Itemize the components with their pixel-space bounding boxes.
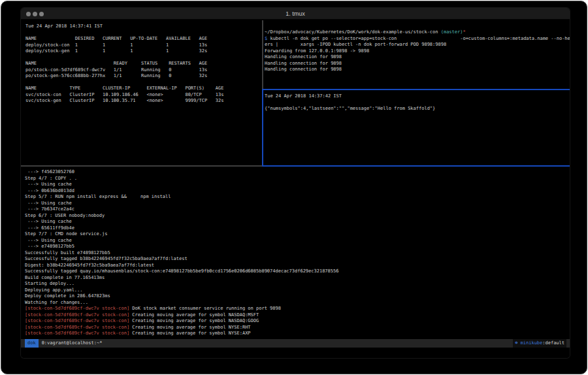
terminal-line: {"numsymbols":4,"lastseen":"","message":…	[265, 106, 570, 112]
terminal-line	[25, 30, 262, 37]
terminal-line: Successfully tagged quay.io/mhausenblas/…	[25, 269, 570, 275]
terminal-line: ---> Using cache	[25, 182, 570, 188]
terminal-line: [stock-con-5d7df689cf-dwc7v stock-con] C…	[25, 318, 570, 325]
terminal-line: NAME DESIRED CURRENT UP-TO-DATE AVAILABL…	[25, 36, 262, 42]
terminal-line: Starting deploy...	[25, 281, 570, 287]
tmux-session-badge[interactable]: dok	[25, 339, 39, 348]
terminal-line: ers | xargs -IPOD kubectl -n dok port-fo…	[265, 42, 570, 48]
terminal-line: Step 6/7 : USER nobody:nobody	[25, 213, 570, 220]
window-title: 1. tmux	[21, 8, 570, 20]
screenshot-frame: 1. tmux Tue 24 Apr 2018 14:37:41 ISTNAME…	[1, 1, 587, 374]
terminal-line: po/stock-gen-576cc688bb-277hx 1/1 Runnin…	[25, 73, 262, 80]
terminal-line: [stock-con-5d7df689cf-dwc7v stock-con] C…	[25, 325, 570, 331]
tmux-status-right: ☸ minikube:default	[513, 339, 566, 348]
terminal-line: Tue 24 Apr 2018 14:37:41 IST	[25, 24, 262, 30]
pane-border-vertical-active	[262, 89, 263, 167]
terminal-line: $ kubectl -n dok get po --selector=app=s…	[265, 36, 570, 42]
terminal-line: ---> Using cache	[25, 238, 570, 244]
pane-border-horizontal-active-bottom	[262, 165, 570, 167]
terminal-line: deploy/stock-con 1 1 1 1 13s	[25, 42, 262, 49]
terminal-line: Watching for changes...	[25, 300, 570, 306]
pane-kubectl-resources[interactable]: Tue 24 Apr 2018 14:37:41 ISTNAME DESIRED…	[21, 20, 262, 165]
terminal-line: svc/stock-gen ClusterIP 10.100.35.71 <no…	[25, 98, 262, 105]
kube-namespace-label: :default	[542, 340, 564, 346]
terminal-line: ---> 65611ff9db4e	[25, 225, 570, 232]
terminal-line: ---> Using cache	[25, 201, 570, 207]
terminal-line: NAME TYPE CLUSTER-IP EXTERNAL-IP PORT(S)…	[25, 86, 262, 92]
terminal-line	[25, 80, 262, 86]
terminal-line: Successfully built e74898127bb5	[25, 250, 570, 257]
pane-skaffold-build-log[interactable]: ---> f45623052760Step 4/7 : COPY . . ---…	[21, 167, 570, 338]
terminal-line: Step 4/7 : COPY . .	[25, 176, 570, 182]
terminal-line: [stock-con-5d7df689cf-dwc7v stock-con] C…	[25, 331, 570, 337]
terminal-line: ---> f45623052760	[25, 169, 570, 176]
terminal-line: Step 7/7 : CMD node service.js	[25, 231, 570, 238]
terminal-line: Deploying app.yaml...	[25, 287, 570, 294]
terminal-line: po/stock-con-5d7df689cf-dwc7v 1/1 Runnin…	[25, 67, 262, 74]
window-titlebar[interactable]: 1. tmux	[21, 8, 570, 20]
terminal-line: Tue 24 Apr 2018 14:37:42 IST	[265, 93, 570, 100]
terminal-line: NAME READY STATUS RESTARTS AGE	[25, 61, 262, 67]
terminal-line: Successfully tagged b38b42246945fd7f32c5…	[25, 256, 570, 263]
terminal-line	[25, 55, 262, 61]
pane-border-horizontal-inactive	[21, 165, 262, 167]
tmux-window-item[interactable]: 0:vagrant@localhost:~*	[42, 339, 103, 348]
terminal-line: Handling connection for 9898	[265, 61, 570, 67]
terminal-line: Forwarding from 127.0.0.1:9898 -> 9898	[265, 48, 570, 55]
terminal-line: [stock-con-5d7df689cf-dwc7v stock-con] D…	[25, 306, 570, 312]
pane-port-forward[interactable]: ~/Dropbox/advocacy/Kubernetes/DoK/work/d…	[263, 20, 570, 89]
terminal-line: Build complete in 77.165413ms	[25, 275, 570, 282]
terminal-line: Deploy complete in 286.647823ms	[25, 293, 570, 300]
terminal-line: Handling connection for 9898	[265, 67, 570, 73]
kubernetes-icon: ☸	[515, 340, 520, 346]
pane-border-vertical-inactive	[262, 20, 263, 89]
terminal-line: ---> Using cache	[25, 219, 570, 225]
terminal-window: 1. tmux Tue 24 Apr 2018 14:37:41 ISTNAME…	[21, 8, 570, 358]
terminal-line: ---> e74898127bb5	[25, 244, 570, 250]
terminal-line: Step 5/7 : RUN npm install express && np…	[25, 194, 570, 201]
terminal-line: Digest: b38b42246945fd7f32c5ba9aea7af7fd…	[25, 263, 570, 269]
tmux-terminal: Tue 24 Apr 2018 14:37:41 ISTNAME DESIRED…	[21, 20, 570, 358]
terminal-line: ---> 7b6347ce2a4c	[25, 206, 570, 213]
terminal-line	[265, 100, 570, 106]
tmux-status-bar: dok 0:vagrant@localhost:~* ☸ minikube:de…	[21, 339, 570, 348]
terminal-line: ~/Dropbox/advocacy/Kubernetes/DoK/work/d…	[265, 29, 570, 36]
kube-context-label: minikube	[521, 340, 543, 346]
terminal-line: deploy/stock-gen 1 1 1 1 32s	[25, 48, 262, 55]
terminal-line: svc/stock-con ClusterIP 10.109.186.46 <n…	[25, 92, 262, 99]
terminal-line: ---> 0b636bd013dd	[25, 188, 570, 195]
terminal-line: [stock-con-5d7df689cf-dwc7v stock-con] C…	[25, 312, 570, 319]
terminal-line: Handling connection for 9898	[265, 54, 570, 61]
pane-border-horizontal-active-top	[263, 89, 570, 90]
pane-service-response[interactable]: Tue 24 Apr 2018 14:37:42 IST{"numsymbols…	[263, 90, 570, 165]
